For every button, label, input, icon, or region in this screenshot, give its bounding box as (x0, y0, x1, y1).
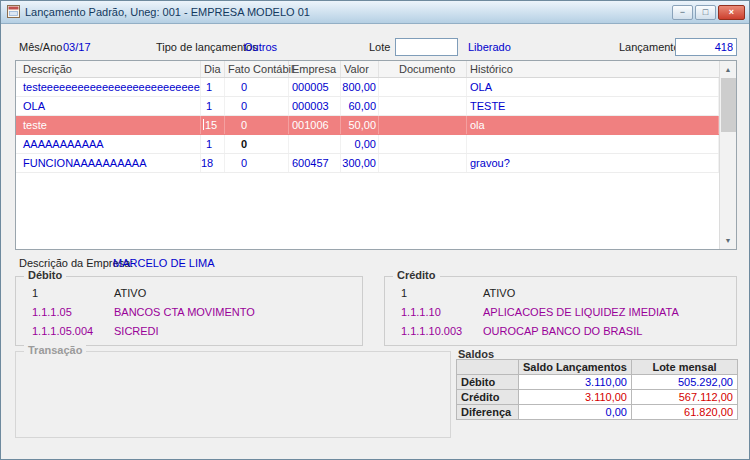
credito-groupbox: Crédito 1 ATIVO 1.1.1.10 APLICACOES DE L… (384, 276, 737, 346)
cell-descricao: testeeeeeeeeeeeeeeeeeeeeeeeeee (16, 78, 201, 96)
cell-historico: OLA (467, 78, 719, 96)
column-header-dia[interactable]: Dia (201, 61, 225, 77)
account-code: 1.1.1.10.003 (401, 325, 483, 337)
saldos-credito-saldo: 3.110,00 (519, 390, 632, 405)
cell-dia: 18 (201, 154, 225, 172)
saldos-debito-lote: 505.292,00 (632, 375, 738, 390)
cell-empresa: 600457 (289, 154, 341, 172)
client-area: Mês/Ano 03/17 Tipo de lançamentos Outros… (1, 24, 749, 459)
lote-status-text: Liberado (468, 41, 511, 53)
dia-cell-editor[interactable]: 15 (201, 116, 225, 134)
scroll-thumb[interactable] (721, 78, 736, 132)
debito-account-row: 1.1.1.05.004 SICREDI (32, 325, 356, 337)
table-row[interactable]: AAAAAAAAAAA 1 0 0,00 (16, 135, 719, 154)
dia-value: 15 (205, 119, 217, 131)
debito-account-row: 1.1.1.05 BANCOS CTA MOVIMENTO (32, 306, 356, 318)
saldos-diferenca-row: Diferença 0,00 61.820,00 (457, 405, 738, 420)
table-row-selected[interactable]: teste 15 0 001006 50,00 ola (16, 116, 719, 135)
entries-grid: Descrição Dia Fato Contábil Empresa Valo… (15, 60, 737, 250)
saldos-table: Saldo Lançamentos Lote mensal Débito 3.1… (456, 359, 738, 420)
titlebar[interactable]: Lançamento Padrão, Uneg: 001 - EMPRESA M… (1, 1, 749, 24)
account-name: APLICACOES DE LIQUIDEZ IMEDIATA (483, 306, 679, 318)
window-title: Lançamento Padrão, Uneg: 001 - EMPRESA M… (25, 6, 667, 18)
cell-descricao: FUNCIONAAAAAAAAAA (16, 154, 201, 172)
account-name: ATIVO (483, 287, 515, 299)
cell-dia: 1 (201, 78, 225, 96)
table-row[interactable]: OLA 1 0 000003 60,00 TESTE (16, 97, 719, 116)
column-header-valor[interactable]: Valor (341, 61, 379, 77)
account-name: BANCOS CTA MOVIMENTO (114, 306, 255, 318)
cell-documento (379, 116, 467, 134)
cell-valor: 60,00 (341, 97, 379, 115)
saldos-debito-row: Débito 3.110,00 505.292,00 (457, 375, 738, 390)
cell-historico: gravou? (467, 154, 719, 172)
cell-historico (467, 135, 719, 153)
cell-documento (379, 154, 467, 172)
column-header-fato-contabil[interactable]: Fato Contábil (225, 61, 289, 77)
column-header-documento[interactable]: Documento (379, 61, 467, 77)
account-name: ATIVO (114, 287, 146, 299)
account-code: 1.1.1.05 (32, 306, 114, 318)
table-row[interactable]: testeeeeeeeeeeeeeeeeeeeeeeeeee 1 0 00000… (16, 78, 719, 97)
account-name: OUROCAP BANCO DO BRASIL (483, 325, 642, 337)
tipo-lancamentos-label: Tipo de lançamentos (156, 41, 258, 53)
cell-empresa (289, 135, 341, 153)
empresa-desc-value: MARCELO DE LIMA (113, 257, 214, 269)
debito-account-row: 1 ATIVO (32, 287, 356, 299)
mes-ano-value: 03/17 (63, 41, 91, 53)
saldos-row-label: Diferença (457, 405, 519, 420)
saldos-row-label: Crédito (457, 390, 519, 405)
mes-ano-label: Mês/Ano (19, 41, 62, 53)
account-code: 1 (32, 287, 114, 299)
cell-descricao: AAAAAAAAAAA (16, 135, 201, 153)
account-code: 1.1.1.05.004 (32, 325, 114, 337)
cell-empresa: 001006 (289, 116, 341, 134)
maximize-button[interactable]: □ (695, 5, 716, 20)
account-name: SICREDI (114, 325, 159, 337)
app-icon (7, 5, 20, 20)
lote-label: Lote (369, 41, 390, 53)
saldos-corner-cell (457, 360, 519, 375)
debito-groupbox: Débito 1 ATIVO 1.1.1.05 BANCOS CTA MOVIM… (15, 276, 363, 346)
cell-empresa: 000005 (289, 78, 341, 96)
cell-documento (379, 78, 467, 96)
cell-fato-contabil: 0 (225, 116, 289, 134)
saldos-diferenca-saldo: 0,00 (519, 405, 632, 420)
saldos-diferenca-lote: 61.820,00 (632, 405, 738, 420)
cell-fato-contabil: 0 (225, 135, 289, 153)
cell-valor: 800,00 (341, 78, 379, 96)
minimize-button[interactable]: − (672, 5, 693, 20)
column-header-historico[interactable]: Histórico (467, 61, 736, 77)
saldos-debito-saldo: 3.110,00 (519, 375, 632, 390)
saldos-col-saldo-lancamentos: Saldo Lançamentos (519, 360, 632, 375)
scroll-down-icon[interactable]: ▼ (720, 232, 737, 249)
cell-fato-contabil: 0 (225, 154, 289, 172)
window-controls: − □ × (672, 5, 745, 20)
cell-fato-contabil: 0 (225, 97, 289, 115)
lote-input[interactable] (395, 38, 458, 56)
close-button[interactable]: × (718, 5, 745, 20)
cell-valor: 50,00 (341, 116, 379, 134)
cell-descricao: OLA (16, 97, 201, 115)
credito-account-row: 1.1.1.10.003 OUROCAP BANCO DO BRASIL (401, 325, 730, 337)
grid-header-row: Descrição Dia Fato Contábil Empresa Valo… (16, 61, 736, 78)
scroll-up-icon[interactable]: ▲ (720, 61, 737, 78)
cell-descricao: teste (16, 116, 201, 134)
cell-valor: 300,00 (341, 154, 379, 172)
table-row[interactable]: FUNCIONAAAAAAAAAA 18 0 600457 300,00 gra… (16, 154, 719, 173)
vertical-scrollbar[interactable]: ▲ ▼ (719, 61, 736, 249)
saldos-header-row: Saldo Lançamentos Lote mensal (457, 360, 738, 375)
account-code: 1.1.1.10 (401, 306, 483, 318)
column-header-empresa[interactable]: Empresa (289, 61, 341, 77)
cell-historico: TESTE (467, 97, 719, 115)
text-caret (203, 119, 204, 130)
cell-dia: 1 (201, 135, 225, 153)
lancamento-input[interactable] (675, 38, 737, 56)
column-header-descricao[interactable]: Descrição (16, 61, 201, 77)
cell-empresa: 000003 (289, 97, 341, 115)
transacao-groupbox: Transação (15, 351, 451, 438)
credito-account-row: 1.1.1.10 APLICACOES DE LIQUIDEZ IMEDIATA (401, 306, 730, 318)
cell-dia: 1 (201, 97, 225, 115)
cell-historico: ola (467, 116, 719, 134)
account-code: 1 (401, 287, 483, 299)
